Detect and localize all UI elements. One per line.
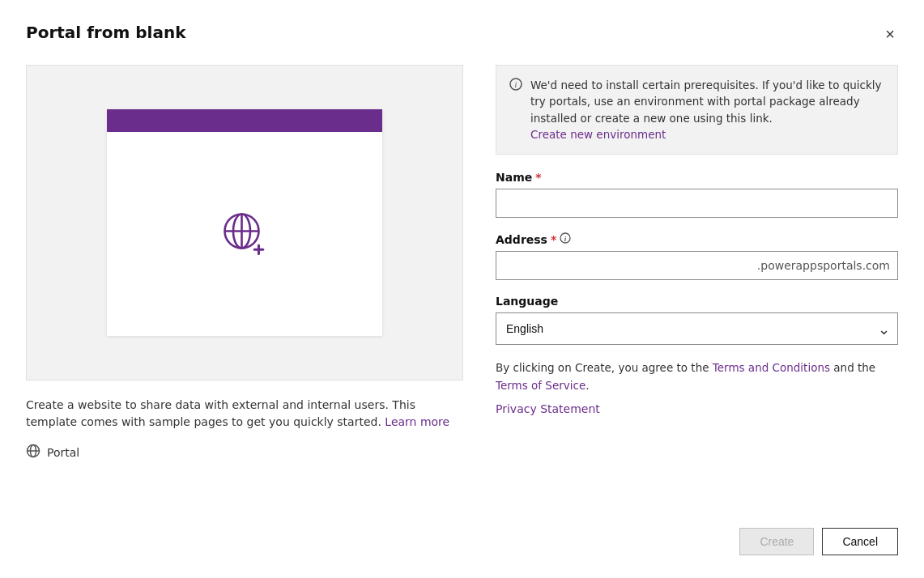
- preview-inner: [107, 109, 382, 336]
- close-button[interactable]: ×: [882, 23, 898, 45]
- create-env-link[interactable]: Create new environment: [530, 128, 666, 141]
- svg-text:i: i: [515, 80, 517, 89]
- svg-text:i: i: [564, 235, 567, 243]
- language-label: Language: [496, 295, 898, 308]
- description: Create a website to share data with exte…: [26, 397, 463, 431]
- name-input[interactable]: [496, 189, 898, 218]
- terms-text: By clicking on Create, you agree to the …: [496, 359, 898, 394]
- dialog-body: Create a website to share data with exte…: [26, 65, 898, 489]
- cancel-button[interactable]: Cancel: [822, 528, 898, 555]
- left-panel: Create a website to share data with exte…: [26, 65, 463, 489]
- info-text: We'd need to install certain prerequisit…: [530, 77, 884, 142]
- preview-icon-area: [107, 132, 382, 336]
- address-field-group: Address * i .powerappsportals.com: [496, 232, 898, 280]
- privacy-statement-link[interactable]: Privacy Statement: [496, 402, 898, 415]
- language-select[interactable]: English French German Spanish Japanese: [496, 312, 898, 345]
- dialog-header: Portal from blank ×: [26, 23, 898, 45]
- tag-area: Portal: [26, 444, 463, 461]
- language-field-group: Language English French German Spanish J…: [496, 295, 898, 345]
- globe-plus-icon: [216, 206, 273, 262]
- terms-conditions-link[interactable]: Terms and Conditions: [713, 361, 830, 374]
- address-label: Address * i: [496, 232, 898, 246]
- address-input[interactable]: [496, 251, 898, 280]
- terms-service-link[interactable]: Terms of Service: [496, 379, 585, 392]
- language-select-wrapper: English French German Spanish Japanese ⌄: [496, 312, 898, 345]
- dialog: Portal from blank ×: [0, 0, 924, 578]
- dialog-title: Portal from blank: [26, 23, 185, 42]
- address-info-icon: i: [560, 232, 571, 246]
- preview-box: [26, 65, 463, 380]
- learn-more-link[interactable]: Learn more: [385, 415, 449, 428]
- address-required: *: [551, 233, 556, 246]
- name-field-group: Name *: [496, 171, 898, 218]
- info-icon: i: [509, 78, 522, 94]
- preview-bar: [107, 109, 382, 132]
- name-required: *: [535, 171, 541, 184]
- dialog-footer: Create Cancel: [26, 515, 898, 555]
- tag-globe-icon: [26, 444, 40, 461]
- info-box: i We'd need to install certain prerequis…: [496, 65, 898, 155]
- tag-label: Portal: [47, 446, 79, 459]
- create-button[interactable]: Create: [739, 528, 814, 555]
- right-panel: i We'd need to install certain prerequis…: [496, 65, 898, 489]
- address-input-wrapper: .powerappsportals.com: [496, 251, 898, 280]
- name-label: Name *: [496, 171, 898, 184]
